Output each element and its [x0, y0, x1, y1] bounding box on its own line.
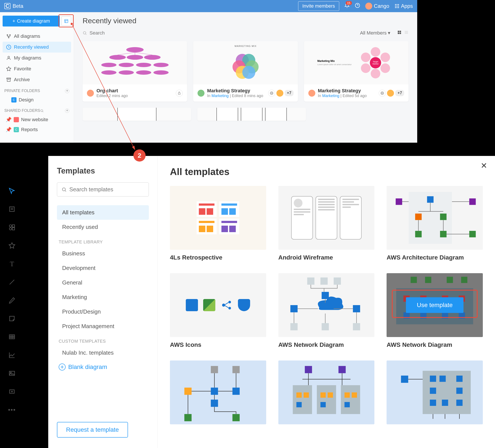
templates-search[interactable]	[57, 182, 149, 197]
user-menu[interactable]: Cango	[365, 3, 389, 10]
folder-new-website[interactable]: 📌 New website	[3, 115, 71, 125]
author-avatar	[308, 90, 315, 97]
collaborator-avatar	[387, 90, 394, 97]
svg-rect-28	[399, 33, 401, 34]
svg-rect-94	[415, 213, 422, 220]
nav-archive[interactable]: Archive	[3, 74, 71, 85]
request-template-button[interactable]: Request a template	[57, 422, 128, 438]
notifications-button[interactable]: 15	[344, 3, 350, 9]
list-view-button[interactable]	[404, 30, 409, 36]
templates-overlay: 2 T ••• Templates All templates Recently…	[0, 156, 495, 448]
nav-all-diagrams[interactable]: All diagrams	[3, 31, 71, 42]
template-picker-button[interactable]	[61, 16, 71, 26]
diagram-card[interactable]: Marketing Mix Lorem ipsum dolor sit amet…	[304, 41, 409, 102]
line-tool[interactable]	[7, 277, 16, 287]
folder-icon: C	[14, 127, 19, 132]
folder-design[interactable]: C Design	[3, 95, 71, 105]
svg-rect-131	[211, 400, 218, 407]
invite-members-button[interactable]: Invite members	[298, 1, 339, 11]
template-aws-network-hovered[interactable]: Use template AWS Network Diagram	[386, 273, 483, 348]
templates-search-input[interactable]	[69, 186, 144, 193]
svg-rect-125	[459, 312, 465, 318]
nav-recently-viewed[interactable]: Recently viewed	[3, 42, 71, 53]
member-filter[interactable]: All Members ▾	[360, 30, 390, 36]
svg-point-36	[101, 63, 116, 67]
template-aws-icons[interactable]: AWS Icons	[170, 273, 266, 348]
nav-all-templates[interactable]: All templates	[57, 205, 149, 220]
template-android-wireframe[interactable]: Android Wireframe	[278, 186, 375, 261]
text-panel-tool[interactable]	[7, 205, 16, 214]
image-tool[interactable]	[7, 369, 16, 378]
svg-point-58	[371, 69, 380, 79]
svg-rect-146	[320, 402, 326, 407]
type-tool[interactable]: T	[7, 259, 16, 268]
more-collaborators[interactable]: +7	[395, 90, 404, 96]
svg-rect-134	[305, 366, 312, 373]
lib-marketing[interactable]: Marketing	[57, 290, 149, 304]
nav-favorite[interactable]: Favorite	[3, 63, 71, 74]
note-tool[interactable]	[7, 314, 16, 323]
svg-rect-96	[415, 231, 422, 237]
nav-my-diagrams[interactable]: My diagrams	[3, 53, 71, 63]
svg-rect-127	[233, 366, 240, 373]
pen-tool[interactable]	[7, 296, 16, 305]
lib-general[interactable]: General	[57, 275, 149, 290]
svg-point-14	[7, 35, 8, 35]
template-aws-architecture[interactable]: AWS Architecture Diagram	[386, 186, 483, 261]
lib-development[interactable]: Development	[57, 261, 149, 275]
cursor-tool[interactable]	[7, 186, 16, 196]
lib-product-design[interactable]: Product/Design	[57, 304, 149, 319]
svg-point-16	[8, 37, 9, 38]
use-template-button[interactable]: Use template	[406, 297, 464, 313]
svg-point-32	[126, 47, 144, 52]
diagram-card[interactable]: MARKETING MIX	[193, 41, 298, 102]
shapes-tool[interactable]	[7, 223, 16, 232]
apps-button[interactable]: Apps	[394, 3, 413, 9]
svg-point-35	[144, 55, 161, 60]
template-title: AWS Network Diagram	[278, 341, 375, 348]
search-icon[interactable]	[40, 109, 44, 112]
search-input[interactable]	[90, 30, 149, 36]
embed-tool[interactable]	[7, 387, 16, 396]
svg-rect-130	[233, 388, 240, 395]
svg-rect-115	[447, 277, 453, 283]
add-folder-icon[interactable]: +	[65, 89, 69, 93]
blank-diagram-button[interactable]: + Blank diagram	[57, 360, 149, 374]
svg-rect-91	[396, 198, 402, 205]
close-button[interactable]: ✕	[481, 161, 487, 170]
chart-tool[interactable]	[7, 351, 16, 360]
template-aws-network[interactable]: AWS Network Diagram	[278, 273, 375, 348]
grid-view-button[interactable]	[397, 30, 401, 36]
sidebar: + Create diagram All diagrams Recently v…	[0, 12, 74, 143]
add-folder-icon[interactable]: +	[65, 109, 69, 113]
custom-nulab[interactable]: Nulab Inc. templates	[57, 345, 149, 360]
star-tool[interactable]	[7, 241, 16, 250]
nav-recently-used[interactable]: Recently used	[57, 220, 149, 234]
diagram-card[interactable]: Org chart Edited 2 mins ago	[82, 41, 187, 102]
svg-rect-150	[430, 376, 436, 382]
svg-point-18	[8, 56, 10, 58]
template-card[interactable]	[170, 360, 266, 429]
create-diagram-button[interactable]: + Create diagram	[3, 16, 60, 26]
svg-rect-152	[456, 376, 463, 382]
help-button[interactable]	[355, 3, 360, 9]
lib-project-management[interactable]: Project Management	[57, 319, 149, 334]
template-4ls[interactable]: 4Ls Retrospective	[170, 186, 266, 261]
svg-line-103	[225, 305, 228, 308]
star-icon	[6, 66, 11, 71]
card-title: Marketing Strategy	[207, 88, 265, 93]
svg-rect-105	[320, 277, 328, 285]
table-tool[interactable]	[7, 332, 16, 341]
folder-reports[interactable]: 📌 C Reports	[3, 125, 71, 135]
template-card[interactable]	[386, 360, 483, 429]
app-logo[interactable]: C	[4, 3, 10, 9]
lib-business[interactable]: Business	[57, 246, 149, 261]
more-collaborators[interactable]: +7	[285, 90, 294, 96]
svg-rect-113	[411, 277, 417, 283]
svg-rect-2	[395, 4, 396, 5]
app-header: C Beta 1 Invite members 15 Cango Apps	[0, 0, 417, 12]
svg-rect-95	[440, 213, 447, 220]
more-tool[interactable]: •••	[7, 405, 16, 414]
template-card[interactable]	[278, 360, 375, 429]
svg-rect-9	[397, 7, 398, 8]
